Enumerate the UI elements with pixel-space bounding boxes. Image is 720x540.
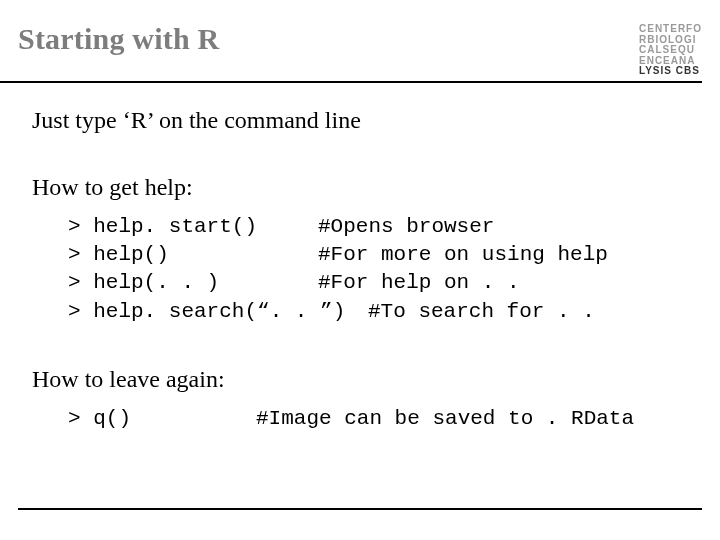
code-cmd: > help. search(“. . ”) — [68, 298, 368, 326]
help-code-block: > help. start() #Opens browser > help() … — [32, 213, 688, 326]
code-comment: #Image can be saved to . RData — [256, 405, 634, 433]
cbs-logo: CENTERFO RBIOLOGI CALSEQU ENCEANA LYSIS … — [639, 22, 702, 77]
code-comment: #To search for . . — [368, 298, 595, 326]
code-row: > help. search(“. . ”) #To search for . … — [68, 298, 688, 326]
code-cmd: > q() — [68, 405, 256, 433]
code-cmd: > help() — [68, 241, 318, 269]
code-row: > help() #For more on using help — [68, 241, 688, 269]
logo-line: CALSEQU — [639, 45, 702, 56]
code-comment: #For help on . . — [318, 269, 520, 297]
logo-line: LYSIS CBS — [639, 66, 702, 77]
slide-body: Just type ‘R’ on the command line How to… — [0, 83, 720, 434]
slide-header: Starting with R CENTERFO RBIOLOGI CALSEQ… — [0, 0, 702, 83]
code-cmd: > help(. . ) — [68, 269, 318, 297]
slide-title: Starting with R — [18, 22, 219, 56]
leave-code-block: > q() #Image can be saved to . RData — [32, 405, 688, 433]
leave-heading: How to leave again: — [32, 366, 688, 393]
help-heading: How to get help: — [32, 174, 688, 201]
logo-line: CENTERFO — [639, 24, 702, 35]
code-row: > q() #Image can be saved to . RData — [68, 405, 688, 433]
code-comment: #For more on using help — [318, 241, 608, 269]
code-row: > help. start() #Opens browser — [68, 213, 688, 241]
code-row: > help(. . ) #For help on . . — [68, 269, 688, 297]
footer-rule — [18, 508, 702, 510]
code-cmd: > help. start() — [68, 213, 318, 241]
lead-text: Just type ‘R’ on the command line — [32, 107, 688, 134]
code-comment: #Opens browser — [318, 213, 494, 241]
